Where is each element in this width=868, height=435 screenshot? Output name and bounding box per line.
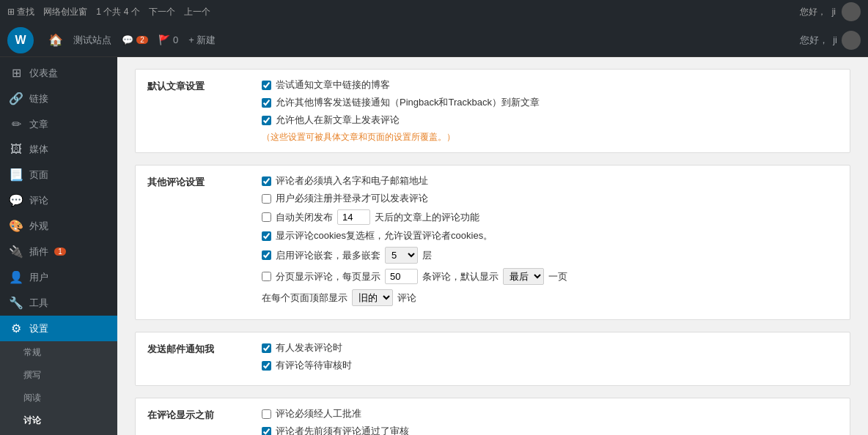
- label-auto-close-before: 自动关闭发布: [276, 211, 333, 224]
- label-require-login: 用户必须注册并登录才可以发表评论: [276, 192, 428, 205]
- ping-nav[interactable]: 🚩 0: [158, 34, 178, 45]
- checkbox-auto-close[interactable]: [262, 212, 271, 222]
- nav-avatar[interactable]: [842, 31, 861, 50]
- section-default-article: 默认文章设置 尝试通知文章中链接的博客 允许其他博客发送链接通知（Pingbac…: [135, 69, 850, 153]
- main-content: 默认文章设置 尝试通知文章中链接的博客 允许其他博客发送链接通知（Pingbac…: [117, 57, 868, 435]
- checkbox-show-cookies[interactable]: [262, 231, 271, 241]
- wp-logo[interactable]: W: [7, 27, 34, 53]
- label-paginate-mid: 条评论，默认显示: [422, 270, 499, 283]
- label-notify-moderation: 有评论等待审核时: [276, 359, 352, 372]
- admin-bar-next[interactable]: 下一个: [149, 6, 175, 18]
- submenu-writing[interactable]: 撰写: [0, 364, 117, 387]
- label-nested-after: 层: [422, 249, 432, 262]
- submenu-general[interactable]: 常规: [0, 341, 117, 364]
- nav-greeting: 您好， ji: [800, 31, 861, 50]
- sidebar-item-comments[interactable]: 💬 评论: [0, 187, 117, 213]
- username-text: ji: [832, 7, 836, 17]
- articles-icon: ✏: [9, 117, 23, 131]
- submenu-discussion[interactable]: 讨论: [0, 409, 117, 432]
- dashboard-icon: ⊞: [9, 66, 23, 80]
- sidebar-item-pages[interactable]: 📃 页面: [0, 162, 117, 187]
- label-show-cookies: 显示评论cookies复选框，允许设置评论者cookies。: [276, 229, 493, 242]
- checkbox-pingback[interactable]: [262, 81, 271, 90]
- override-note: （这些设置可被具体文章和页面的设置所覆盖。）: [262, 131, 838, 144]
- label-notify-post: 有人发表评论时: [276, 341, 342, 354]
- sidebar-item-links[interactable]: 🔗 链接: [0, 86, 117, 111]
- sidebar-item-tools[interactable]: 🔧 工具: [0, 290, 117, 316]
- site-name-nav[interactable]: 测试站点: [73, 34, 111, 47]
- sidebar: ⊞ 仪表盘 🔗 链接 ✏ 文章 🖼 媒体 📃 页面 💬 评论 🎨 外观 🔌: [0, 57, 117, 435]
- checkbox-row-paginate: 分页显示评论，每页显示 条评论，默认显示 最后 最新 一页: [262, 268, 838, 285]
- row-other-comments: 其他评论设置 评论者必须填入名字和电子邮箱地址 用户必须注册并登录才可以发表评论…: [136, 166, 850, 319]
- home-icon[interactable]: 🏠: [48, 33, 63, 47]
- checkbox-require-login[interactable]: [262, 194, 271, 204]
- select-nested-depth[interactable]: 5 1234678910: [385, 247, 418, 264]
- media-icon: 🖼: [9, 143, 23, 156]
- sidebar-item-appearance[interactable]: 🎨 外观: [0, 213, 117, 239]
- admin-bar-right: 您好， ji: [800, 2, 861, 21]
- admin-bar-site[interactable]: 网络创业窗: [43, 6, 87, 18]
- admin-bar-search[interactable]: ⊞ 查找: [7, 6, 34, 18]
- new-button[interactable]: + 新建: [188, 34, 216, 47]
- checkbox-row-prev-approved: 评论者先前须有评论通过了审核: [262, 425, 838, 435]
- sidebar-item-media[interactable]: 🖼 媒体: [0, 137, 117, 162]
- checkbox-trackback[interactable]: [262, 98, 271, 108]
- checkbox-row-show-cookies: 显示评论cookies复选框，允许设置评论者cookies。: [262, 229, 838, 242]
- sidebar-item-dashboard[interactable]: ⊞ 仪表盘: [0, 60, 117, 86]
- label-paginate-before: 分页显示评论，每页显示: [276, 270, 380, 283]
- label-require-name: 评论者必须填入名字和电子邮箱地址: [276, 174, 428, 187]
- checkbox-notify-moderation[interactable]: [262, 361, 271, 371]
- checkbox-row-require-name: 评论者必须填入名字和电子邮箱地址: [262, 174, 838, 187]
- checkbox-allow-comments[interactable]: [262, 116, 271, 125]
- checkbox-row-top-level: 在每个页面顶部显示 旧的 新的 评论: [262, 289, 838, 306]
- row-default-article: 默认文章设置 尝试通知文章中链接的博客 允许其他博客发送链接通知（Pingbac…: [136, 70, 850, 152]
- admin-bar-pagination: 1 个共 4 个: [96, 6, 139, 18]
- plugins-icon: 🔌: [9, 245, 23, 259]
- checkbox-row-trackback: 允许其他博客发送链接通知（Pingback和Trackback）到新文章: [262, 96, 838, 109]
- label-default-article: 默认文章设置: [147, 78, 250, 93]
- nav-bar: W 🏠 测试站点 💬 2 🚩 0 + 新建 您好， ji: [0, 23, 868, 57]
- select-top-level[interactable]: 旧的 新的: [352, 289, 393, 306]
- section-before-comment: 在评论显示之前 评论必须经人工批准 评论者先前须有评论通过了审核: [135, 398, 850, 435]
- checkbox-prev-approved[interactable]: [262, 427, 271, 436]
- submenu-media[interactable]: 媒体: [0, 432, 117, 435]
- submenu-reading[interactable]: 阅读: [0, 387, 117, 409]
- input-auto-close-days[interactable]: [337, 209, 370, 225]
- settings-submenu: 常规 撰写 阅读 讨论 媒体 固定链接 隐私: [0, 341, 117, 435]
- checkbox-row-require-login: 用户必须注册并登录才可以发表评论: [262, 192, 838, 205]
- links-icon: 🔗: [9, 92, 23, 105]
- field-before-comment: 评论必须经人工批准 评论者先前须有评论通过了审核: [262, 407, 838, 435]
- select-default-page[interactable]: 最后 最新: [503, 268, 544, 285]
- comments-nav[interactable]: 💬 2: [122, 34, 148, 45]
- sidebar-item-plugins[interactable]: 🔌 插件 1: [0, 239, 117, 264]
- label-paginate-after: 一页: [548, 270, 567, 283]
- checkbox-paginate[interactable]: [262, 272, 271, 281]
- admin-bar-left: ⊞ 查找 网络创业窗 1 个共 4 个 下一个 上一个: [7, 6, 210, 18]
- checkbox-require-name[interactable]: [262, 176, 271, 186]
- section-other-comments: 其他评论设置 评论者必须填入名字和电子邮箱地址 用户必须注册并登录才可以发表评论…: [135, 165, 850, 320]
- layout: ⊞ 仪表盘 🔗 链接 ✏ 文章 🖼 媒体 📃 页面 💬 评论 🎨 外观 🔌: [0, 57, 868, 435]
- checkbox-manual-approval[interactable]: [262, 409, 271, 419]
- row-before-comment: 在评论显示之前 评论必须经人工批准 评论者先前须有评论通过了审核: [136, 398, 850, 435]
- label-prev-approved: 评论者先前须有评论通过了审核: [276, 425, 409, 435]
- label-pingback: 尝试通知文章中链接的博客: [276, 78, 390, 92]
- nav-icons: 🏠 测试站点 💬 2 🚩 0 + 新建: [48, 33, 216, 47]
- appearance-icon: 🎨: [9, 219, 23, 233]
- checkbox-nested[interactable]: [262, 250, 271, 260]
- sidebar-item-settings[interactable]: ⚙ 设置: [0, 316, 117, 341]
- input-comments-per-page[interactable]: [385, 269, 418, 284]
- label-allow-comments: 允许他人在新文章上发表评论: [276, 114, 400, 127]
- admin-bar-prev[interactable]: 上一个: [184, 6, 210, 18]
- greeting-text: 您好，: [800, 6, 826, 18]
- settings-icon: ⚙: [9, 321, 23, 335]
- label-manual-approval: 评论必须经人工批准: [276, 407, 361, 420]
- checkbox-row-notify-post: 有人发表评论时: [262, 341, 838, 354]
- user-avatar[interactable]: [842, 2, 861, 21]
- label-other-comments: 其他评论设置: [147, 174, 250, 189]
- checkbox-notify-post[interactable]: [262, 343, 271, 353]
- sidebar-item-articles[interactable]: ✏ 文章: [0, 111, 117, 137]
- checkbox-row-pingback: 尝试通知文章中链接的博客: [262, 78, 838, 92]
- pages-icon: 📃: [9, 168, 23, 182]
- sidebar-item-users[interactable]: 👤 用户: [0, 264, 117, 290]
- comments-icon: 💬: [9, 193, 23, 207]
